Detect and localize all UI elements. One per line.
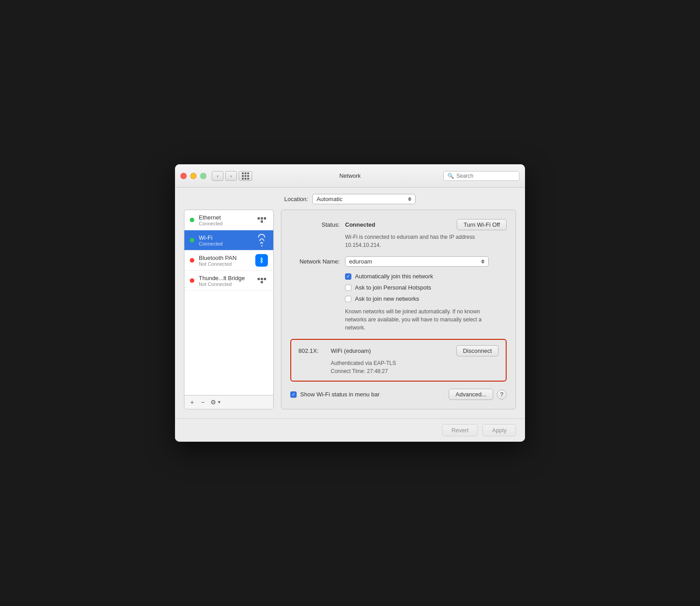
advanced-button[interactable]: Advanced... bbox=[449, 389, 493, 400]
network-preferences-window: ‹ › Network 🔍 Location: Automatic bbox=[175, 164, 525, 442]
window-title: Network bbox=[339, 172, 361, 179]
location-value: Automatic bbox=[316, 196, 342, 202]
help-button[interactable]: ? bbox=[497, 390, 507, 400]
location-label: Location: bbox=[284, 196, 308, 202]
bluetooth-symbol: ᛒ bbox=[260, 257, 263, 264]
bluetooth-icon: ᛒ bbox=[255, 254, 268, 267]
ethernet-name: Ethernet bbox=[199, 214, 251, 221]
revert-button[interactable]: Revert bbox=[442, 424, 478, 436]
search-icon: 🔍 bbox=[447, 173, 454, 179]
connect-time-label: Connect Time: bbox=[331, 368, 365, 374]
grid-icon bbox=[242, 172, 249, 180]
auth-line: Authenticated via EAP-TLS bbox=[331, 359, 499, 367]
sidebar-item-wifi[interactable]: Wi-Fi Connected bbox=[184, 230, 273, 250]
dot8021x-label: 802.1X: bbox=[298, 347, 325, 354]
maximize-button[interactable] bbox=[200, 173, 206, 179]
network-stepper-icon bbox=[481, 259, 485, 263]
thunderbolt-name: Thunde...lt Bridge bbox=[199, 275, 251, 281]
wifi-checkboxes: ✓ Automatically join this network Ask to… bbox=[345, 273, 507, 302]
thunderbolt-status-dot bbox=[190, 278, 194, 283]
dot8021x-details: Authenticated via EAP-TLS Connect Time: … bbox=[331, 359, 499, 375]
traffic-lights bbox=[180, 173, 206, 179]
remove-network-button[interactable]: − bbox=[198, 397, 208, 407]
apply-button[interactable]: Apply bbox=[482, 424, 516, 436]
connect-time-line: Connect Time: 27:48:27 bbox=[331, 367, 499, 375]
location-stepper-icon bbox=[408, 197, 411, 201]
minimize-button[interactable] bbox=[190, 173, 197, 179]
network-name-dropdown[interactable]: eduroam bbox=[345, 256, 489, 267]
new-networks-label: Ask to join new networks bbox=[355, 295, 419, 302]
bluetooth-name: Bluetooth PAN bbox=[199, 255, 251, 261]
search-input[interactable] bbox=[456, 173, 516, 179]
thunderbolt-status: Not Connected bbox=[199, 281, 251, 287]
ethernet-status: Connected bbox=[199, 221, 251, 226]
thunderbolt-info: Thunde...lt Bridge Not Connected bbox=[199, 275, 251, 287]
titlebar: ‹ › Network 🔍 bbox=[175, 164, 525, 188]
auto-join-checkbox[interactable]: ✓ bbox=[345, 273, 351, 280]
sidebar-item-bluetooth[interactable]: Bluetooth PAN Not Connected ᛒ bbox=[184, 250, 273, 271]
wifi-status-dot bbox=[190, 238, 194, 242]
auto-join-row: ✓ Automatically join this network bbox=[345, 273, 507, 280]
sidebar-item-thunderbolt[interactable]: Thunde...lt Bridge Not Connected bbox=[184, 271, 273, 291]
turn-wifi-button[interactable]: Turn Wi-Fi Off bbox=[457, 219, 507, 230]
connect-time-value: 27:48:27 bbox=[367, 368, 388, 374]
checkmark-icon: ✓ bbox=[346, 274, 350, 279]
status-value: Connected bbox=[345, 221, 375, 228]
status-description: Wi-Fi is connected to eduroam and has th… bbox=[345, 233, 507, 249]
grid-view-button[interactable] bbox=[239, 171, 252, 181]
status-row: Status: Connected Turn Wi-Fi Off bbox=[290, 219, 507, 230]
dot8021x-row: 802.1X: WiFi (eduroam) Disconnect bbox=[298, 345, 499, 356]
personal-hotspot-checkbox[interactable] bbox=[345, 285, 351, 291]
bottom-bar: ✓ Show Wi-Fi status in menu bar Advanced… bbox=[290, 389, 507, 400]
bluetooth-status: Not Connected bbox=[199, 261, 251, 267]
network-name-row: Network Name: eduroam bbox=[290, 256, 507, 267]
sidebar-item-ethernet[interactable]: Ethernet Connected bbox=[184, 210, 273, 230]
ethernet-icon bbox=[255, 214, 268, 226]
wifi-name: Wi-Fi bbox=[199, 234, 251, 241]
sidebar-list: Ethernet Connected Wi-Fi bbox=[184, 210, 273, 395]
main-content: Ethernet Connected Wi-Fi bbox=[175, 210, 525, 418]
gear-dropdown-arrow: ▼ bbox=[217, 400, 221, 404]
detail-panel: Status: Connected Turn Wi-Fi Off Wi-Fi i… bbox=[281, 210, 516, 409]
gear-icon: ⚙ bbox=[210, 399, 216, 406]
wifi-status: Connected bbox=[199, 241, 251, 246]
back-button[interactable]: ‹ bbox=[212, 171, 223, 181]
thunderbolt-dots-icon bbox=[258, 278, 266, 283]
forward-button[interactable]: › bbox=[225, 171, 237, 181]
show-menubar-checkbox[interactable]: ✓ bbox=[290, 391, 297, 398]
network-settings-button[interactable]: ⚙ ▼ bbox=[209, 397, 223, 407]
wifi-info: Wi-Fi Connected bbox=[199, 234, 251, 246]
close-button[interactable] bbox=[180, 173, 187, 179]
sidebar-toolbar: + − ⚙ ▼ bbox=[184, 395, 273, 409]
status-label: Status: bbox=[290, 221, 340, 228]
add-network-button[interactable]: + bbox=[187, 397, 197, 407]
bluetooth-status-dot bbox=[190, 258, 194, 263]
wifi-icon bbox=[255, 234, 268, 246]
known-networks-note: Known networks will be joined automatica… bbox=[345, 307, 498, 332]
network-name-label: Network Name: bbox=[290, 258, 340, 265]
window-footer: Revert Apply bbox=[175, 418, 525, 442]
show-menubar-label: Show Wi-Fi status in menu bar bbox=[300, 391, 445, 398]
disconnect-button[interactable]: Disconnect bbox=[456, 345, 499, 356]
network-name-value: eduroam bbox=[349, 258, 372, 265]
location-bar: Location: Automatic bbox=[175, 188, 525, 210]
bluetooth-info: Bluetooth PAN Not Connected bbox=[199, 255, 251, 267]
ethernet-dots-icon bbox=[258, 217, 266, 223]
personal-hotspot-label: Ask to join Personal Hotspots bbox=[355, 284, 431, 291]
ethernet-status-dot bbox=[190, 218, 194, 222]
new-networks-row: Ask to join new networks bbox=[345, 295, 507, 302]
personal-hotspot-row: Ask to join Personal Hotspots bbox=[345, 284, 507, 291]
sidebar: Ethernet Connected Wi-Fi bbox=[184, 210, 274, 409]
auto-join-label: Automatically join this network bbox=[355, 273, 433, 280]
ethernet-info: Ethernet Connected bbox=[199, 214, 251, 226]
search-box[interactable]: 🔍 bbox=[443, 171, 520, 181]
dot8021x-value: WiFi (eduroam) bbox=[331, 347, 451, 354]
checkmark-icon: ✓ bbox=[292, 392, 295, 397]
nav-buttons: ‹ › bbox=[212, 171, 237, 181]
new-networks-checkbox[interactable] bbox=[345, 296, 351, 302]
dot8021x-box: 802.1X: WiFi (eduroam) Disconnect Authen… bbox=[290, 339, 507, 382]
location-dropdown[interactable]: Automatic bbox=[312, 194, 416, 204]
wifi-waves-icon bbox=[258, 234, 265, 246]
thunderbolt-icon bbox=[255, 274, 268, 287]
